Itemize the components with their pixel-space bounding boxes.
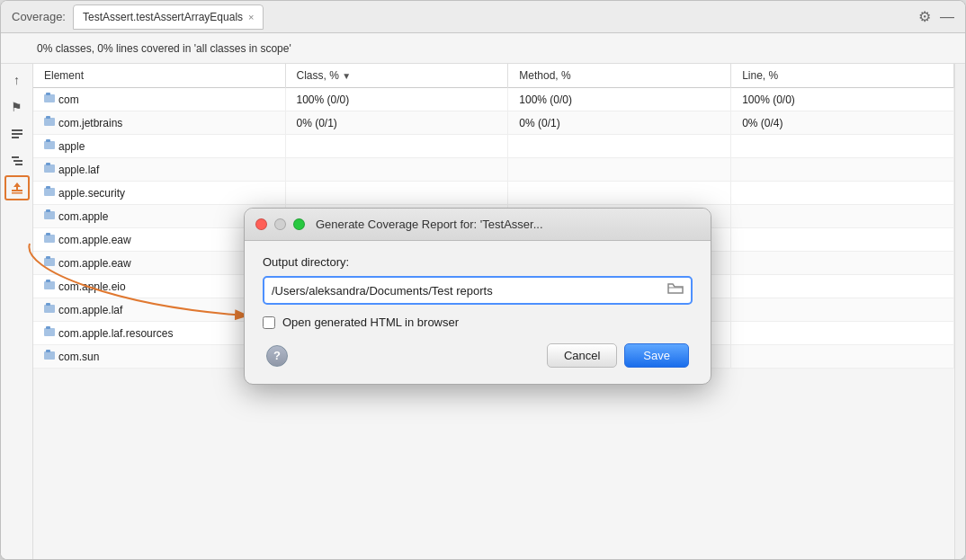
unflatten-icon bbox=[10, 154, 24, 168]
svg-rect-14 bbox=[46, 139, 50, 142]
class-pct-cell bbox=[285, 158, 508, 182]
flatten-icon bbox=[10, 127, 24, 141]
svg-rect-16 bbox=[46, 163, 50, 165]
up-button[interactable]: ↑ bbox=[4, 67, 30, 93]
svg-rect-10 bbox=[46, 93, 50, 95]
svg-rect-32 bbox=[46, 350, 50, 352]
svg-rect-25 bbox=[44, 281, 55, 289]
line-pct-cell bbox=[731, 322, 954, 345]
svg-rect-22 bbox=[46, 233, 50, 236]
table-row[interactable]: apple.security bbox=[33, 182, 954, 205]
class-pct-cell bbox=[285, 135, 508, 158]
coverage-status-bar: 0% classes, 0% lines covered in 'all cla… bbox=[1, 33, 965, 64]
method-pct-cell bbox=[508, 158, 731, 182]
folder-icon bbox=[667, 281, 684, 296]
svg-rect-23 bbox=[44, 258, 55, 266]
export-icon bbox=[10, 181, 24, 195]
table-header-row: Element Class, % ▼ Method, % Line, % bbox=[33, 64, 954, 88]
export-button[interactable] bbox=[4, 175, 30, 200]
class-pct-cell: 100% (0/0) bbox=[285, 88, 508, 111]
package-icon bbox=[44, 93, 55, 106]
svg-marker-8 bbox=[13, 182, 21, 190]
flatten-button[interactable] bbox=[4, 121, 30, 147]
save-button[interactable]: Save bbox=[624, 343, 689, 368]
unflatten-button[interactable] bbox=[4, 148, 30, 173]
class-pct-cell bbox=[285, 182, 508, 205]
element-cell: apple.security bbox=[33, 182, 285, 205]
traffic-light-yellow[interactable] bbox=[274, 218, 286, 230]
package-icon bbox=[44, 326, 55, 340]
open-html-checkbox[interactable] bbox=[263, 316, 275, 329]
svg-rect-27 bbox=[44, 305, 55, 313]
element-cell: apple bbox=[33, 135, 285, 158]
title-bar-actions: ⚙ — bbox=[918, 8, 954, 25]
svg-rect-17 bbox=[44, 188, 55, 196]
help-button[interactable]: ? bbox=[266, 345, 288, 367]
line-pct-cell: 0% (0/4) bbox=[731, 111, 954, 135]
line-pct-cell bbox=[731, 158, 954, 182]
minimize-icon[interactable]: — bbox=[940, 9, 954, 25]
svg-rect-18 bbox=[46, 186, 50, 189]
output-directory-label: Output directory: bbox=[263, 255, 693, 269]
package-icon bbox=[44, 303, 55, 316]
table-row[interactable]: apple.laf bbox=[33, 158, 954, 182]
path-input[interactable] bbox=[272, 284, 662, 298]
modal-body: Output directory: Open generated HTML in… bbox=[245, 241, 711, 384]
table-row[interactable]: apple bbox=[33, 135, 954, 158]
traffic-light-red[interactable] bbox=[255, 218, 267, 230]
table-row[interactable]: com 100% (0/0) 100% (0/0) 100% (0/0) bbox=[33, 88, 954, 111]
svg-rect-11 bbox=[44, 118, 55, 126]
package-icon bbox=[44, 280, 55, 293]
main-window: Coverage: TestAssert.testAssertArrayEqua… bbox=[0, 0, 966, 560]
element-cell: apple.laf bbox=[33, 158, 285, 182]
svg-rect-5 bbox=[15, 164, 22, 165]
svg-rect-2 bbox=[12, 137, 19, 138]
tab-close-button[interactable]: × bbox=[248, 12, 254, 22]
line-pct-cell bbox=[731, 135, 954, 158]
table-row[interactable]: com.jetbrains 0% (0/1) 0% (0/1) 0% (0/4) bbox=[33, 111, 954, 135]
svg-rect-30 bbox=[46, 326, 50, 329]
line-pct-cell bbox=[731, 252, 954, 275]
package-icon bbox=[44, 139, 55, 153]
method-pct-cell: 100% (0/0) bbox=[508, 88, 731, 111]
path-input-container bbox=[263, 276, 693, 305]
coverage-status-text: 0% classes, 0% lines covered in 'all cla… bbox=[37, 42, 291, 55]
modal-footer: ? Cancel Save bbox=[263, 343, 693, 368]
sort-arrow-icon: ▼ bbox=[342, 71, 351, 81]
help-icon: ? bbox=[273, 349, 281, 362]
scrollbar[interactable] bbox=[954, 64, 965, 559]
line-pct-cell bbox=[731, 345, 954, 369]
svg-rect-31 bbox=[44, 351, 55, 360]
generate-report-modal: Generate Coverage Report for: 'TestAsser… bbox=[244, 208, 711, 385]
browse-folder-button[interactable] bbox=[667, 281, 684, 299]
method-pct-cell bbox=[508, 182, 731, 205]
open-html-checkbox-row: Open generated HTML in browser bbox=[263, 316, 693, 329]
line-pct-cell bbox=[731, 228, 954, 252]
active-tab[interactable]: TestAssert.testAssertArrayEquals × bbox=[73, 4, 264, 30]
element-column-header[interactable]: Element bbox=[33, 64, 285, 88]
svg-rect-20 bbox=[46, 209, 50, 212]
title-bar: Coverage: TestAssert.testAssertArrayEqua… bbox=[1, 1, 965, 33]
element-cell: com bbox=[33, 88, 285, 111]
class-pct-cell: 0% (0/1) bbox=[285, 111, 508, 135]
settings-icon[interactable]: ⚙ bbox=[918, 8, 931, 25]
method-column-header[interactable]: Method, % bbox=[508, 64, 731, 88]
svg-rect-12 bbox=[46, 116, 50, 119]
svg-rect-28 bbox=[46, 303, 50, 306]
coverage-label: Coverage: bbox=[12, 10, 66, 23]
svg-rect-21 bbox=[44, 235, 55, 243]
tab-label: TestAssert.testAssertArrayEquals bbox=[83, 11, 243, 23]
line-column-header[interactable]: Line, % bbox=[731, 64, 954, 88]
cancel-button[interactable]: Cancel bbox=[547, 343, 617, 368]
traffic-light-green[interactable] bbox=[293, 218, 305, 230]
flag-button[interactable]: ⚑ bbox=[4, 94, 30, 120]
svg-rect-6 bbox=[12, 190, 22, 191]
package-icon bbox=[44, 350, 55, 363]
class-column-header[interactable]: Class, % ▼ bbox=[285, 64, 508, 88]
package-icon bbox=[44, 186, 55, 200]
line-pct-cell: 100% (0/0) bbox=[731, 88, 954, 111]
svg-rect-29 bbox=[44, 328, 55, 336]
element-cell: com.jetbrains bbox=[33, 111, 285, 135]
svg-rect-1 bbox=[12, 133, 22, 135]
svg-rect-24 bbox=[46, 256, 50, 259]
